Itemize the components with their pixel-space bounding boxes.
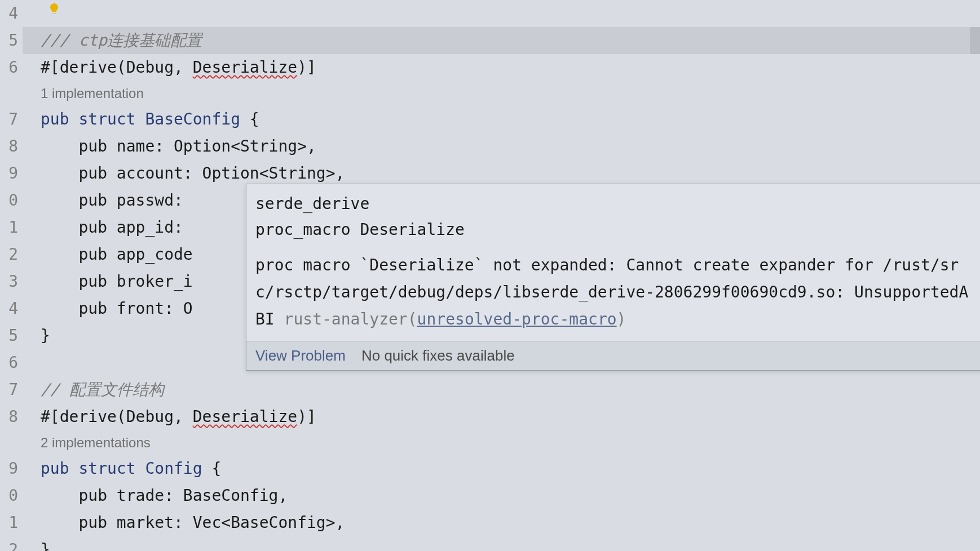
popup-kind: proc_macro Deserialize bbox=[255, 217, 976, 243]
popup-message: proc macro `Deserialize` not expanded: C… bbox=[246, 245, 980, 341]
line-number: 9 bbox=[0, 455, 18, 482]
code-line[interactable] bbox=[23, 0, 980, 27]
line-number: 6 bbox=[0, 349, 18, 376]
popup-footer: View Problem No quick fixes available bbox=[246, 341, 980, 370]
line-number: 6 bbox=[0, 54, 18, 81]
code-line[interactable]: pub account: Option<String>, bbox=[23, 160, 980, 187]
popup-header: serde_derive proc_macro Deserialize bbox=[246, 184, 980, 245]
code-line[interactable]: pub struct BaseConfig { bbox=[23, 106, 980, 133]
line-number: 0 bbox=[0, 482, 18, 509]
line-number: 0 bbox=[0, 187, 18, 214]
line-number-spacer bbox=[0, 81, 18, 106]
line-number: 2 bbox=[0, 241, 18, 268]
code-editor[interactable]: 4 5 6 7 8 9 0 1 2 3 4 5 6 7 8 9 0 1 2 //… bbox=[0, 0, 980, 551]
code-line[interactable]: // 配置文件结构 bbox=[23, 376, 980, 403]
line-number: 5 bbox=[0, 27, 18, 54]
deserialize-error[interactable]: Deserialize bbox=[193, 58, 297, 77]
codelens-implementations[interactable]: 1 implementation bbox=[23, 81, 980, 106]
code-line[interactable]: } bbox=[23, 536, 980, 551]
code-line[interactable]: pub name: Option<String>, bbox=[23, 133, 980, 160]
deserialize-error[interactable]: Deserialize bbox=[193, 407, 297, 426]
line-number: 8 bbox=[0, 403, 18, 430]
line-number: 3 bbox=[0, 268, 18, 295]
hover-diagnostic-popup: serde_derive proc_macro Deserialize proc… bbox=[246, 184, 980, 371]
code-line[interactable]: pub trade: BaseConfig, bbox=[23, 482, 980, 509]
code-line[interactable]: #[derive(Debug, Deserialize)] bbox=[23, 403, 980, 430]
doc-comment: /// ctp连接基础配置 bbox=[41, 31, 202, 50]
code-line[interactable]: pub market: Vec<BaseConfig>, bbox=[23, 509, 980, 536]
line-number: 1 bbox=[0, 509, 18, 536]
view-problem-link[interactable]: View Problem bbox=[255, 347, 346, 365]
derive-attr: #[derive(Debug, bbox=[41, 58, 193, 77]
line-number: 7 bbox=[0, 376, 18, 403]
popup-crate: serde_derive bbox=[255, 191, 976, 217]
codelens-implementations[interactable]: 2 implementations bbox=[23, 430, 980, 455]
no-quick-fixes-label: No quick fixes available bbox=[361, 347, 515, 365]
line-number-spacer bbox=[0, 430, 18, 455]
code-line-current[interactable]: /// ctp连接基础配置 bbox=[23, 27, 980, 54]
line-number: 2 bbox=[0, 536, 18, 551]
line-number: 7 bbox=[0, 106, 18, 133]
code-area[interactable]: /// ctp连接基础配置 #[derive(Debug, Deserializ… bbox=[23, 0, 980, 551]
line-number: 4 bbox=[0, 295, 18, 322]
line-number: 5 bbox=[0, 322, 18, 349]
diagnostic-link[interactable]: unresolved-proc-macro bbox=[417, 310, 617, 328]
line-number: 8 bbox=[0, 133, 18, 160]
line-number: 4 bbox=[0, 0, 18, 27]
line-number: 1 bbox=[0, 214, 18, 241]
code-line[interactable]: pub struct Config { bbox=[23, 455, 980, 482]
code-line[interactable]: #[derive(Debug, Deserialize)] bbox=[23, 54, 980, 81]
comment: // 配置文件结构 bbox=[41, 380, 164, 399]
line-number: 9 bbox=[0, 160, 18, 187]
line-number-gutter: 4 5 6 7 8 9 0 1 2 3 4 5 6 7 8 9 0 1 2 bbox=[0, 0, 23, 551]
